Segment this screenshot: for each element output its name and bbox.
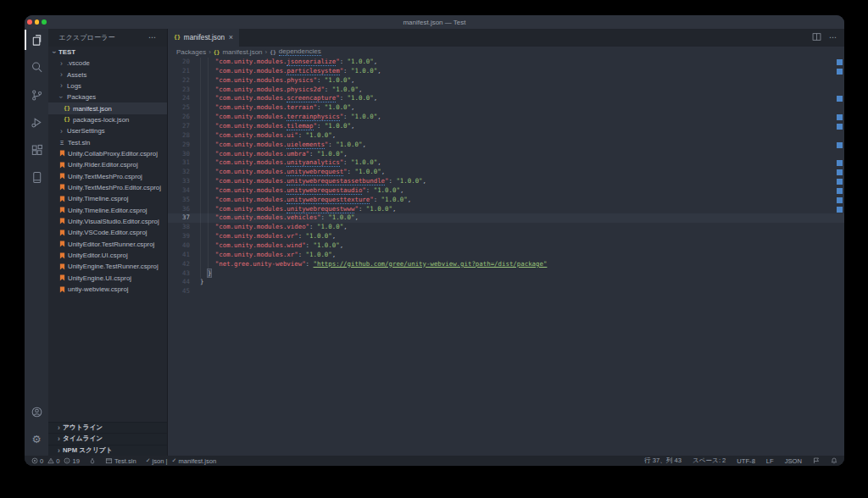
chevron-right-icon: › [58,58,65,69]
code-line-38: 38 "com.unity.modules.video": "1.0.0", [168,223,844,232]
code-line-42: 42 "net.gree.unity-webview": "https://gi… [168,260,844,269]
settings-gear-icon[interactable]: ⚙ [25,425,48,453]
notifications-bell-icon[interactable] [831,457,837,464]
csproj-file-icon [58,196,66,202]
csproj-file-icon [58,241,66,247]
tree-item-packages[interactable]: ›Packages [48,91,167,102]
explorer-icon[interactable] [25,26,48,54]
tree-item-test-sln[interactable]: ΞTest.sln [48,136,167,147]
extensions-icon[interactable] [25,136,48,164]
code-line-34: 34 "com.unity.modules.unitywebrequestaud… [168,186,844,196]
breadcrumb-dependencies[interactable]: dependencies [279,47,321,56]
tree-item-unityengine-ui-csproj[interactable]: UnityEngine.UI.csproj [48,273,167,284]
code-line-40: 40 "com.unity.modules.wind": "1.0.0", [168,241,844,251]
breadcrumb-manifest-json[interactable]: manifest.json [222,48,262,56]
code-line-30: 30 "com.unity.modules.umbra": "1.0.0", [168,150,844,159]
tree-item-manifest-json[interactable]: {}manifest.json [48,102,167,113]
csproj-file-icon [58,150,66,157]
editor-group: {} manifest.json × ⋯ Packages › {} manif… [168,29,844,456]
zoom-window-button[interactable] [42,19,47,25]
chevron-right-icon: › [55,423,63,433]
check-icon: ✓ [146,457,151,464]
account-icon[interactable] [25,398,48,426]
vscode-window: manifest.json — Test [25,15,844,466]
json-file-icon: {} [63,116,71,123]
errors-status[interactable]: 0 [31,457,43,465]
code-line-27: 27 "com.unity.modules.tilemap": "1.0.0", [168,122,844,131]
tree-item-untiy-webview-csproj[interactable]: untiy-webview.csproj [48,284,167,295]
code-line-21: 21 "com.unity.modules.particlesystem": "… [168,67,844,76]
sidebar-section[interactable]: ›NPM スクリプト [48,445,167,456]
tree-item-unityeditor-ui-csproj[interactable]: UnityEditor.UI.csproj [48,250,167,261]
remote-device-icon[interactable] [25,164,48,192]
flame-status-icon[interactable] [89,457,96,465]
tree-item-unityengine-testrunner-csproj[interactable]: UnityEngine.TestRunner.csproj [48,261,167,272]
tree-item-unityeditor-testrunner-csproj[interactable]: UnityEditor.TestRunner.csproj [48,238,167,249]
tree-item-assets[interactable]: ›Assets [48,69,167,80]
json-validation-status[interactable]: ✓ json | [146,457,168,465]
run-debug-icon[interactable] [25,108,48,136]
project-status[interactable]: Test.sln [105,457,136,465]
tree-item-unity-vscode-editor-csproj[interactable]: Unity.VSCode.Editor.csproj [48,227,167,238]
tree-item-unity-textmeshpro-editor-csproj[interactable]: Unity.TextMeshPro.Editor.csproj [48,182,167,193]
breadcrumb: Packages › {} manifest.json › {} depende… [168,47,844,58]
infos-status[interactable]: 19 [64,457,79,465]
search-icon[interactable] [25,53,48,81]
code-line-24: 24 "com.unity.modules.screencapture": "1… [168,94,844,103]
eol-status[interactable]: LF [766,457,774,465]
warnings-status[interactable]: 0 [47,457,59,465]
chevron-right-icon: › [55,445,63,456]
chevron-right-icon: › [55,434,63,444]
tab-manifest-json[interactable]: {} manifest.json × [168,29,239,47]
sln-file-icon: Ξ [58,140,66,146]
code-line-44: 44} [168,278,844,287]
encoding-status[interactable]: UTF-8 [737,457,755,465]
json-file-icon: {} [214,49,220,55]
csproj-file-icon [58,230,66,236]
code-line-29: 29 "com.unity.modules.uielements": "1.0.… [168,141,844,150]
code-line-28: 28 "com.unity.modules.ui": "1.0.0", [168,131,844,141]
tree-item-usersettings[interactable]: ›UserSettings [48,125,167,136]
csproj-file-icon [58,218,66,224]
csproj-file-icon [58,184,66,191]
code-line-25: 25 "com.unity.modules.terrain": "1.0.0", [168,103,844,113]
tree-item-unity-timeline-csproj[interactable]: Unity.Timeline.csproj [48,193,167,204]
code-editor[interactable]: 20 "com.unity.modules.jsonserialize": "1… [168,58,844,456]
tree-item-unity-rider-editor-csproj[interactable]: Unity.Rider.Editor.csproj [48,159,167,170]
minimize-window-button[interactable] [35,19,40,25]
code-line-45: 45 [168,287,844,296]
sidebar-title: エクスプローラー [58,33,115,42]
breadcrumb-packages[interactable]: Packages [176,48,206,56]
sidebar-more-actions-icon[interactable]: ⋯ [148,33,157,42]
tree-item--vscode[interactable]: ›.vscode [48,58,167,69]
source-control-icon[interactable] [25,81,48,109]
manifest-validation-status[interactable]: ✓ manifest.json [172,457,217,465]
json-file-icon: {} [174,34,181,41]
sidebar-section[interactable]: ›タイムライン [48,433,167,444]
code-line-37: 37 "com.unity.modules.vehicles": "1.0.0"… [168,213,844,223]
editor-more-actions-icon[interactable]: ⋯ [829,33,837,42]
code-line-32: 32 "com.unity.modules.unitywebrequest": … [168,168,844,177]
close-tab-icon[interactable]: × [229,33,233,42]
sidebar-section[interactable]: ›アウトライン [48,422,167,433]
code-line-35: 35 "com.unity.modules.unitywebrequesttex… [168,196,844,205]
tree-item-logs[interactable]: ›Logs [48,80,167,91]
split-editor-icon[interactable] [812,30,821,45]
tree-root-test[interactable]: › TEST [48,47,167,58]
indentation-status[interactable]: スペース: 2 [693,456,726,465]
tree-item-unity-timeline-editor-csproj[interactable]: Unity.Timeline.Editor.csproj [48,204,167,215]
csproj-file-icon [58,263,66,270]
language-mode-status[interactable]: JSON [785,457,802,465]
close-window-button[interactable] [27,19,32,25]
tree-item-unity-visualstudio-editor-csproj[interactable]: Unity.VisualStudio.Editor.csproj [48,216,167,227]
code-line-26: 26 "com.unity.modules.terrainphysics": "… [168,113,844,122]
csproj-file-icon [58,252,66,259]
tree-item-unity-collabproxy-editor-csproj[interactable]: Unity.CollabProxy.Editor.csproj [48,148,167,159]
warning-icon [47,457,54,464]
window-title: manifest.json — Test [403,19,465,26]
cursor-position-status[interactable]: 行 37、列 43 [644,456,682,465]
feedback-icon[interactable] [813,457,820,464]
tree-item-unity-textmeshpro-csproj[interactable]: Unity.TextMeshPro.csproj [48,170,167,181]
tree-item-packages-lock-json[interactable]: {}packages-lock.json [48,114,167,125]
error-icon [31,457,38,464]
